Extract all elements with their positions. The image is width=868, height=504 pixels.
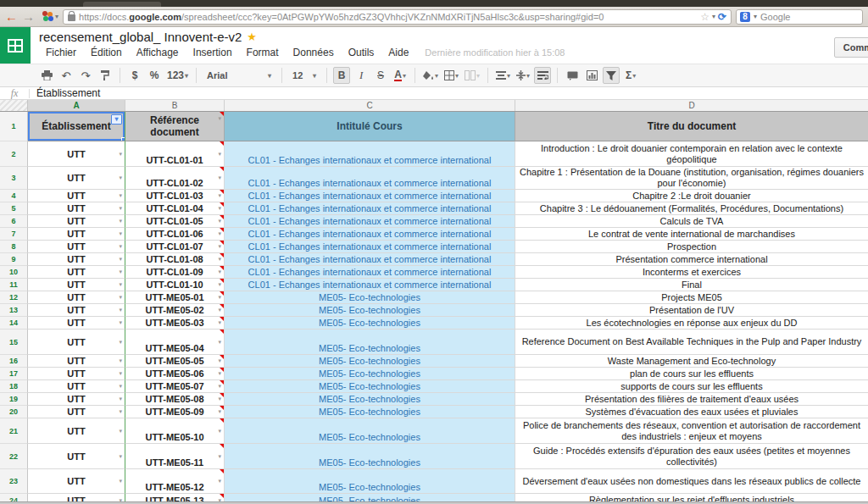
cell-etablissement[interactable]: UTT ▾ [28,330,125,355]
url-bar[interactable]: https://docs.google.com/spreadsheet/ccc?… [63,9,732,25]
cell-titre-document[interactable]: Présentation commerce international [515,253,868,266]
cell-etablissement[interactable]: UTT ▾ [28,228,125,241]
cell-reference[interactable]: UTT-CL01-03 ▾ [125,190,225,202]
cell-intitule-cours[interactable]: ME05- Eco-technologies [225,444,515,469]
cell-reference[interactable]: UTT-ME05-01 ▾ [125,291,225,304]
cell-titre-document[interactable]: Chapitre 2 :Le droit douanier [515,190,868,202]
url-text[interactable]: https://docs.google.com/spreadsheet/ccc?… [79,12,697,22]
row-number[interactable]: 7 [0,228,28,241]
dropdown-caret-icon[interactable]: ▾ [218,151,221,158]
row-number[interactable]: 11 [0,279,28,291]
dropdown-caret-icon[interactable]: ▾ [119,269,122,275]
cell-titre-document[interactable]: Les écotechnologies en réponse aux enjeu… [515,317,868,330]
cell-reference[interactable]: UTT-CL01-08 ▾ [125,253,225,266]
font-family-select[interactable]: Arial▾ [203,67,275,84]
dropdown-caret-icon[interactable]: ▾ [119,370,122,377]
cell-etablissement[interactable]: UTT ▾ [28,190,125,202]
cell-titre-document[interactable]: Police de branchements des réseaux, conv… [515,418,868,444]
dropdown-caret-icon[interactable]: ▾ [119,357,122,364]
row-number[interactable]: 22 [0,444,28,469]
forward-button-icon[interactable]: → [22,10,35,23]
horizontal-align-button[interactable]: ▾ [494,67,512,84]
cell-intitule-cours[interactable]: ME05- Eco-technologies [225,406,515,418]
row-number[interactable]: 9 [0,253,28,266]
cell-titre-document[interactable]: Guide : Procédés extensifs d'épuration d… [515,444,868,469]
row-number[interactable]: 5 [0,202,28,215]
cell-reference[interactable]: UTT-CL01-01 ▾ [125,141,225,167]
cell-etablissement[interactable]: UTT ▾ [28,368,125,380]
cell-reference[interactable]: UTT-CL01-07 ▾ [125,241,225,253]
row-number[interactable]: 23 [0,469,28,494]
row-number[interactable]: 16 [0,355,28,368]
search-input[interactable]: 8 ▾ Google [736,9,863,25]
text-color-button[interactable]: A▾ [392,67,409,84]
cell-intitule-cours[interactable]: CL01 - Echanges internationaux et commer… [225,279,515,291]
cell-etablissement[interactable]: UTT ▾ [28,444,125,469]
last-modified-text[interactable]: Dernière modification hier à 15:08 [425,47,565,58]
dropdown-caret-icon[interactable]: ▾ [119,218,122,224]
row-number[interactable]: 6 [0,215,28,228]
cell-etablissement[interactable]: UTT ▾ [28,141,125,167]
menu-insertion[interactable]: Insertion [186,45,239,60]
cell-titre-document[interactable]: Final [515,279,868,291]
cell-reference[interactable]: UTT-ME05-10 ▾ [125,418,225,444]
dropdown-caret-icon[interactable]: ▾ [119,256,122,263]
percent-format-button[interactable]: % [146,67,163,84]
cell-reference[interactable]: UTT-ME05-02 ▾ [125,304,225,317]
row-number[interactable]: 18 [0,380,28,393]
insert-chart-button[interactable] [583,67,600,84]
cell-reference[interactable]: UTT-CL01-05 ▾ [125,215,225,228]
row-number[interactable]: 4 [0,190,28,202]
row-number[interactable]: 12 [0,291,28,304]
undo-button[interactable]: ↶ [58,67,75,84]
cell-intitule-cours[interactable]: ME05- Eco-technologies [225,355,515,368]
row-number[interactable]: 1 [0,112,28,141]
cell-etablissement[interactable]: UTT ▾ [28,406,125,418]
cell-reference[interactable]: UTT-ME05-08 ▾ [125,393,225,406]
favorite-star-icon[interactable]: ★ [247,30,257,43]
cell-titre-document[interactable]: Introduction : Le droit douanier contemp… [515,141,868,167]
cell-intitule-cours[interactable]: ME05- Eco-technologies [225,393,515,406]
cell-reference[interactable]: UTT-CL01-04 ▾ [125,202,225,215]
cell-intitule-cours[interactable]: ME05- Eco-technologies [225,304,515,317]
cell-intitule-cours[interactable]: ME05- Eco-technologies [225,330,515,355]
menu-affichage[interactable]: Affichage [130,45,186,60]
cell-etablissement[interactable]: UTT ▾ [28,241,125,253]
row-number[interactable]: 21 [0,418,28,444]
comments-button[interactable]: Comm [834,37,868,58]
row-number[interactable]: 14 [0,317,28,330]
bookmarks-menu-button[interactable]: ▾ [42,11,58,22]
dropdown-caret-icon[interactable]: ▾ [119,408,122,415]
cell-intitule-cours[interactable]: ME05- Eco-technologies [225,380,515,393]
cell-reference[interactable]: UTT-CL01-10 ▾ [125,279,225,291]
cell-intitule-cours[interactable]: CL01 - Echanges internationaux et commer… [225,167,515,190]
select-all-corner[interactable] [0,100,28,111]
menu-format[interactable]: Format [240,45,286,60]
cell-titre-document[interactable]: Chapitre 1 : Présentation de la Douane (… [515,167,868,190]
row-number[interactable]: 8 [0,241,28,253]
cell-reference[interactable]: UTT-ME05-07 ▾ [125,380,225,393]
borders-button[interactable]: ▾ [442,67,460,84]
cell-reference[interactable]: UTT-ME05-05 ▾ [125,355,225,368]
cell-etablissement[interactable]: UTT ▾ [28,253,125,266]
menu-aide[interactable]: Aide [381,45,415,60]
cell-etablissement[interactable]: UTT ▾ [28,167,125,190]
cell-reference[interactable]: UTT-CL01-06 ▾ [125,228,225,241]
dropdown-caret-icon[interactable]: ▾ [119,478,122,485]
column-header-b[interactable]: B [125,100,225,111]
cell-intitule-cours[interactable]: ME05- Eco-technologies [225,418,515,444]
cell-etablissement[interactable]: UTT ▾ [28,418,125,444]
dropdown-caret-icon[interactable]: ▾ [119,453,122,460]
merge-cells-button[interactable]: ▾ [463,67,481,84]
cell-etablissement[interactable]: UTT ▾ [28,304,125,317]
menu-fichier[interactable]: Fichier [39,45,83,60]
cell-intitule-cours[interactable]: ME05- Eco-technologies [225,368,515,380]
cell-intitule-cours[interactable]: ME05- Eco-technologies [225,469,515,494]
browser-tab[interactable] [83,2,161,7]
bookmark-star-icon[interactable]: ☆ [700,11,709,23]
cell-etablissement[interactable]: UTT ▾ [28,215,125,228]
font-size-select[interactable]: 12▾ [288,67,320,84]
cell-reference[interactable]: UTT-CL01-09 ▾ [125,266,225,279]
insert-comment-button[interactable] [564,67,581,84]
cell-titre-document[interactable]: Chapitre 3 : Le dédouanement (Formalités… [515,202,868,215]
